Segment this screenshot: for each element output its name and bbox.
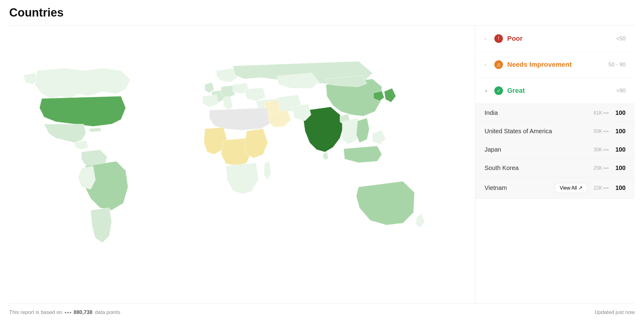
footer-dots-icon [65,312,71,313]
country-row-vietnam[interactable]: Vietnam View All ↗ 22K 100 [475,177,635,199]
country-name-japan: Japan [485,146,594,153]
needs-icon: ⚠ [494,60,503,69]
country-count-japan: 30K [594,147,608,153]
country-count-india: 61K [594,110,608,116]
dots-icon-2 [604,131,608,132]
footer-left: This report is based on 880,738 data poi… [9,309,121,315]
great-label: Great [507,87,616,95]
country-count-vietnam: 22K [594,185,608,191]
country-name-usa: United States of America [485,128,594,135]
poor-icon: ! [494,34,503,43]
country-count-usa: 50K [594,129,608,134]
dots-icon [604,112,608,114]
poor-category-row[interactable]: › ! Poor <50 [475,26,635,52]
country-score-vietnam: 100 [613,184,626,191]
country-row-usa[interactable]: United States of America 50K 100 [475,122,635,141]
needs-improvement-category-row[interactable]: › ⚠ Needs Improvement 50 - 90 [475,52,635,78]
needs-range: 50 - 90 [608,62,626,68]
dots-icon-3 [604,149,608,150]
map-section [9,26,475,304]
footer-suffix: data points [95,309,120,315]
footer-data-points: 880,738 [74,309,92,315]
country-name-south-korea: South Korea [485,164,594,172]
great-chevron: ∨ [485,88,489,93]
country-row-india[interactable]: India 61K 100 [475,104,635,122]
country-score-japan: 100 [613,146,626,153]
country-name-vietnam: Vietnam [485,184,554,191]
sidebar: › ! Poor <50 › ⚠ Needs Improvement 50 - … [475,26,635,304]
poor-label: Poor [507,35,616,43]
dots-icon-4 [604,168,608,169]
country-count-south-korea: 25K [594,165,608,171]
needs-chevron: › [485,62,489,67]
country-rows: India 61K 100 United States of America 5… [475,104,635,199]
country-score-south-korea: 100 [613,164,626,172]
great-icon: ✓ [494,86,503,95]
great-category-row[interactable]: ∨ ✓ Great >90 [475,78,635,104]
footer: This report is based on 880,738 data poi… [9,304,635,321]
footer-updated: Updated just now [595,309,635,315]
country-name-india: India [485,109,594,116]
page-title: Countries [9,6,635,19]
needs-label: Needs Improvement [507,61,608,69]
dots-icon-5 [604,187,608,189]
country-row-south-korea[interactable]: South Korea 25K 100 [475,159,635,177]
country-score-india: 100 [613,109,626,116]
poor-chevron: › [485,36,489,41]
view-all-button[interactable]: View All ↗ [554,183,587,193]
country-score-usa: 100 [613,128,626,135]
footer-prefix: This report is based on [9,309,62,315]
great-range: >90 [616,88,626,94]
country-row-japan[interactable]: Japan 30K 100 [475,141,635,159]
poor-range: <50 [616,36,626,42]
